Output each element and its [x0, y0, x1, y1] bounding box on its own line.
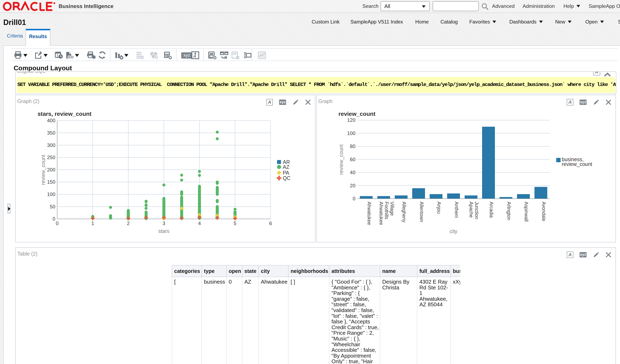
- svg-text:AZ: AZ: [283, 164, 289, 170]
- svg-text:2: 2: [127, 220, 130, 226]
- svg-text:city: city: [450, 228, 457, 234]
- svg-text:0: 0: [56, 220, 58, 226]
- svg-text:120: 120: [347, 117, 356, 123]
- svg-text:Aspinwall: Aspinwall: [524, 202, 529, 222]
- svg-text:Apache: Apache: [468, 202, 474, 218]
- svg-text:Village: Village: [389, 202, 395, 216]
- svg-text:100: 100: [347, 131, 356, 136]
- svg-text:40: 40: [350, 170, 356, 175]
- svg-text:150: 150: [47, 179, 55, 185]
- svg-text:Anthem: Anthem: [454, 202, 459, 218]
- svg-text:Anjou: Anjou: [436, 202, 442, 214]
- svg-text:PA: PA: [283, 170, 289, 176]
- svg-text:Arcadia: Arcadia: [489, 202, 494, 218]
- svg-text:6: 6: [269, 220, 272, 226]
- svg-text:Arlington: Arlington: [506, 202, 512, 220]
- svg-text:60: 60: [350, 157, 356, 162]
- svg-text:250: 250: [47, 155, 55, 160]
- svg-text:100: 100: [47, 191, 55, 197]
- svg-text:4: 4: [198, 220, 201, 226]
- svg-text:QC: QC: [283, 175, 291, 181]
- svg-text:200: 200: [47, 167, 55, 173]
- svg-text:review_count: review_count: [562, 161, 592, 167]
- svg-text:20: 20: [350, 183, 356, 188]
- svg-text:1: 1: [57, 54, 58, 57]
- svg-text:350: 350: [47, 130, 55, 136]
- svg-text:50: 50: [50, 204, 55, 209]
- svg-text:stars, review_count: stars, review_count: [38, 111, 92, 117]
- svg-text:400: 400: [47, 118, 55, 123]
- svg-text:0: 0: [53, 216, 55, 222]
- svg-text:Allegheny: Allegheny: [402, 202, 407, 223]
- svg-text:stars: stars: [158, 228, 170, 234]
- svg-text:1: 1: [92, 220, 94, 226]
- svg-text:80: 80: [350, 144, 356, 149]
- svg-text:Avondale: Avondale: [541, 202, 546, 221]
- svg-text:300: 300: [47, 142, 55, 148]
- svg-text:Junction: Junction: [474, 202, 480, 219]
- svg-text:0: 0: [353, 196, 356, 201]
- svg-text:review_count: review_count: [338, 144, 344, 175]
- svg-text:3: 3: [162, 220, 165, 226]
- svg-text:Allentown: Allentown: [419, 202, 424, 222]
- svg-text:review_count: review_count: [40, 155, 46, 185]
- svg-text:A: A: [193, 54, 196, 58]
- svg-text:5: 5: [234, 220, 236, 226]
- svg-text:Ahwatukee: Ahwatukee: [367, 202, 372, 225]
- svg-text:Foothills: Foothills: [384, 202, 389, 219]
- svg-text:Ahwatukee: Ahwatukee: [379, 202, 384, 225]
- svg-text:review_count: review_count: [339, 111, 375, 117]
